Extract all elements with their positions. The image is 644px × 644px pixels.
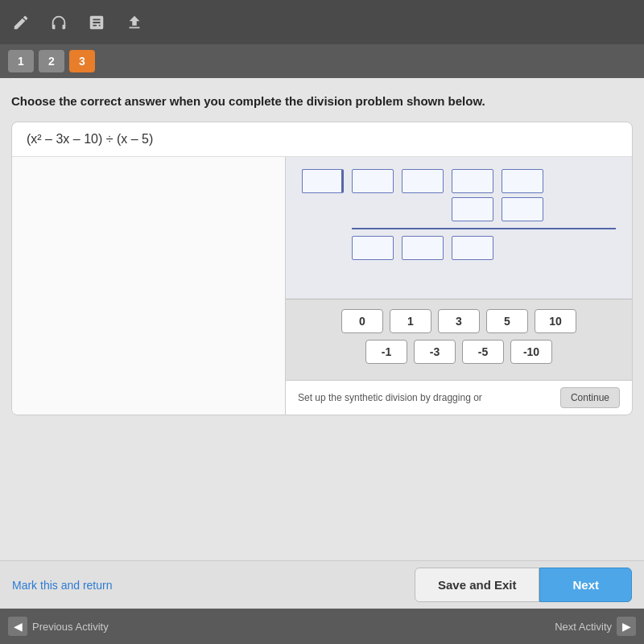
- grid-area: [286, 157, 632, 299]
- prev-activity-label: Previous Activity: [32, 621, 109, 633]
- tile-10[interactable]: 10: [535, 309, 576, 333]
- action-buttons: Save and Exit Next: [415, 568, 632, 602]
- prev-activity-button[interactable]: ◀ Previous Activity: [8, 617, 109, 636]
- prev-arrow-icon: ◀: [8, 617, 27, 636]
- tile-neg5[interactable]: -5: [462, 340, 504, 364]
- grid-cell-r2c4[interactable]: [502, 197, 543, 221]
- save-exit-button[interactable]: Save and Exit: [415, 568, 540, 602]
- problem-expression: (x² – 3x – 10) ÷ (x – 5): [27, 132, 153, 146]
- tile-neg10[interactable]: -10: [510, 340, 552, 364]
- toolbar: [0, 0, 644, 44]
- tile-3[interactable]: 3: [438, 309, 480, 333]
- mark-return-link[interactable]: Mark this and return: [12, 579, 113, 592]
- stacked-col-mid: [502, 169, 543, 221]
- grid-cell-divider[interactable]: [302, 169, 344, 193]
- tile-0[interactable]: 0: [341, 309, 383, 333]
- grid-cell-r3c1[interactable]: [352, 236, 394, 260]
- instruction-text: Choose the correct answer when you compl…: [11, 93, 633, 109]
- tab-1[interactable]: 1: [8, 50, 34, 72]
- calculator-icon[interactable]: [88, 14, 105, 31]
- bottom-nav: ◀ Previous Activity Next Activity ▶: [0, 609, 644, 644]
- setup-instruction: Set up the synthetic division by draggin…: [286, 380, 632, 415]
- headphones-icon[interactable]: [50, 14, 68, 31]
- problem-header: (x² – 3x – 10) ÷ (x – 5): [12, 122, 632, 157]
- work-area: [12, 157, 286, 415]
- next-activity-button[interactable]: Next Activity ▶: [555, 617, 636, 636]
- tile-neg1[interactable]: -1: [365, 340, 407, 364]
- pencil-icon[interactable]: [12, 14, 30, 31]
- tiles-row-1: 0 1 3 5 10: [298, 309, 620, 333]
- grid-cell-r1c4[interactable]: [502, 169, 543, 193]
- tiles-row-2: -1 -3 -5 -10: [298, 340, 620, 364]
- next-activity-label: Next Activity: [555, 621, 612, 633]
- stacked-col-right: [452, 169, 493, 221]
- action-bar: Mark this and return Save and Exit Next: [0, 560, 644, 609]
- main-content: Choose the correct answer when you compl…: [0, 78, 644, 560]
- upload-icon[interactable]: [126, 14, 143, 31]
- division-panel: 0 1 3 5 10 -1 -3 -5 -10: [286, 157, 632, 415]
- tile-5[interactable]: 5: [486, 309, 528, 333]
- grid-cell-r1c1[interactable]: [352, 169, 394, 193]
- grid-cell-r3c3[interactable]: [452, 236, 493, 260]
- next-arrow-icon: ▶: [617, 617, 636, 636]
- grid-cell-r1c3[interactable]: [452, 169, 493, 193]
- problem-body: 0 1 3 5 10 -1 -3 -5 -10: [12, 157, 632, 415]
- next-button[interactable]: Next: [539, 568, 632, 602]
- grid-cell-r3c2[interactable]: [402, 236, 444, 260]
- setup-text: Set up the synthetic division by draggin…: [298, 392, 482, 403]
- tiles-area: 0 1 3 5 10 -1 -3 -5 -10: [286, 299, 632, 380]
- tile-1[interactable]: 1: [390, 309, 431, 333]
- tab-bar: 1 2 3: [0, 44, 644, 78]
- continue-button[interactable]: Continue: [560, 387, 620, 408]
- tab-3[interactable]: 3: [69, 50, 95, 72]
- grid-cell-r1c2[interactable]: [402, 169, 444, 193]
- tab-2[interactable]: 2: [39, 50, 64, 72]
- tile-neg3[interactable]: -3: [414, 340, 456, 364]
- problem-card: (x² – 3x – 10) ÷ (x – 5): [11, 122, 633, 415]
- grid-cell-r2c3[interactable]: [452, 197, 493, 221]
